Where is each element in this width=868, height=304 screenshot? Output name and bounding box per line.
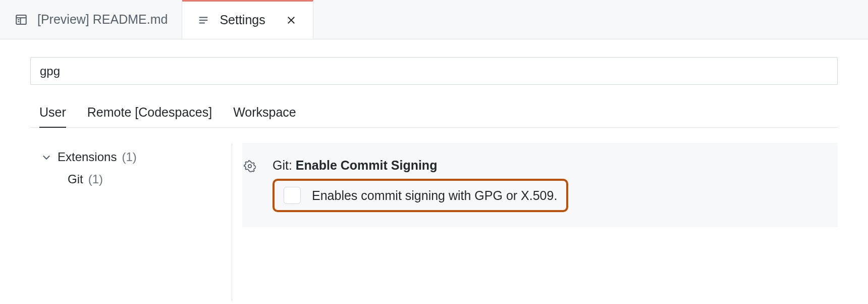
tree-item-git[interactable]: Git (1)	[40, 168, 227, 190]
tab-settings[interactable]: Settings	[182, 0, 313, 39]
tree-item-count: (1)	[88, 172, 103, 186]
tab-label: [Preview] README.md	[37, 12, 168, 27]
editor-tabs-bar: [Preview] README.md Settings	[0, 0, 868, 39]
scope-tab-user[interactable]: User	[39, 105, 66, 128]
settings-detail: Git: Enable Commit Signing Enables commi…	[232, 143, 838, 301]
settings-content: Extensions (1) Git (1) Git: Enable	[30, 143, 838, 301]
gear-icon[interactable]	[242, 158, 257, 172]
tree-item-extensions[interactable]: Extensions (1)	[40, 146, 227, 168]
tab-label: Settings	[220, 13, 265, 27]
tree-item-label: Extensions	[58, 150, 117, 164]
scope-tab-remote[interactable]: Remote [Codespaces]	[87, 105, 212, 127]
setting-main: Git: Enable Commit Signing Enables commi…	[273, 158, 828, 212]
close-icon[interactable]	[284, 13, 299, 28]
scope-tab-workspace[interactable]: Workspace	[233, 105, 296, 127]
chevron-down-icon	[40, 151, 52, 163]
settings-tree: Extensions (1) Git (1)	[30, 143, 232, 301]
settings-scope-tabs: User Remote [Codespaces] Workspace	[30, 105, 838, 128]
settings-list-icon	[196, 13, 210, 27]
setting-extension-prefix: Git:	[273, 158, 296, 172]
svg-rect-0	[16, 15, 26, 24]
tab-readme-preview[interactable]: [Preview] README.md	[0, 0, 182, 39]
settings-search-input[interactable]	[30, 57, 838, 85]
setting-control-row: Enables commit signing with GPG or X.509…	[273, 179, 568, 212]
setting-title: Git: Enable Commit Signing	[273, 158, 828, 173]
setting-item-git-enable-commit-signing: Git: Enable Commit Signing Enables commi…	[242, 143, 838, 227]
setting-description: Enables commit signing with GPG or X.509…	[312, 188, 557, 203]
setting-name: Enable Commit Signing	[296, 158, 438, 172]
svg-point-10	[248, 165, 251, 168]
preview-icon	[14, 13, 28, 27]
tree-item-count: (1)	[122, 150, 136, 164]
tree-item-label: Git	[68, 172, 83, 186]
enable-commit-signing-checkbox[interactable]	[284, 187, 301, 204]
settings-body: User Remote [Codespaces] Workspace Exten…	[0, 39, 868, 304]
